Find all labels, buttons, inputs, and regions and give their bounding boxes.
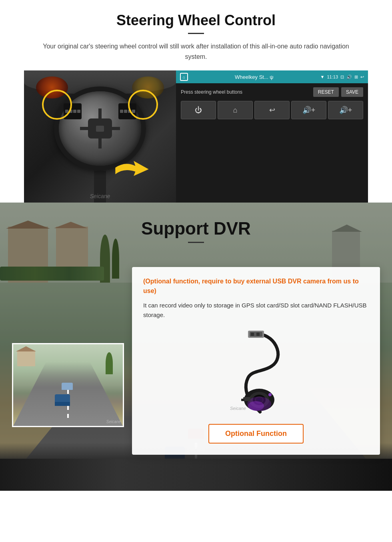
dvr-camera-illustration: Seicane — [143, 328, 369, 416]
thumb-watermark: Seicane — [106, 420, 121, 424]
settings-icon: ⊞ — [354, 74, 358, 80]
svg-rect-2 — [251, 333, 254, 336]
dvr-info-card: (Optional function, require to buy exter… — [132, 267, 380, 455]
steering-title: Steering Wheel Control — [24, 12, 368, 29]
save-button[interactable]: SAVE — [341, 87, 363, 97]
android-btn-group[interactable]: RESET SAVE — [313, 87, 363, 97]
control-buttons-grid: ⏻ ⌂ ↩ 🔊+ 🔊+ — [181, 101, 363, 119]
home-ctrl-btn[interactable]: ⌂ — [218, 101, 253, 119]
dvr-thumbnail: Seicane — [12, 343, 124, 427]
android-control-row: Press steering wheel buttons RESET SAVE — [181, 87, 363, 97]
steering-title-divider — [188, 33, 204, 34]
android-app-name: Wheelkey St... ψ — [191, 74, 317, 80]
reset-button[interactable]: RESET — [313, 87, 339, 97]
dvr-title-divider — [188, 242, 204, 243]
vol-down-ctrl-btn[interactable]: 🔊+ — [328, 101, 363, 119]
wifi-icon: ▼ — [320, 74, 325, 79]
dvr-title: Support DVR — [141, 219, 251, 239]
vol-up-ctrl-btn[interactable]: 🔊+ — [291, 101, 326, 119]
dvr-content: Support DVR — [0, 203, 392, 455]
dvr-optional-text: (Optional function, require to buy exter… — [143, 277, 369, 296]
svg-rect-3 — [256, 333, 260, 336]
right-highlight-circle — [128, 90, 158, 120]
android-statusbar: ⌂ Wheelkey St... ψ ▼ 11:13 ⊡ 🔊 ⊞ ↩ — [176, 70, 368, 83]
dvr-section: Support DVR — [0, 203, 392, 491]
power-ctrl-btn[interactable]: ⏻ — [181, 101, 216, 119]
volume-icon: 🔊 — [346, 74, 352, 80]
steering-image-wrapper: Seicane ⌂ Wheelkey St... ψ ▼ 11:13 ⊡ 🔊 ⊞… — [24, 70, 368, 203]
press-text: Press steering wheel buttons — [181, 89, 242, 95]
dvr-left-area: Seicane — [12, 343, 124, 427]
android-content: Press steering wheel buttons RESET SAVE … — [176, 83, 368, 203]
svg-point-9 — [268, 393, 272, 396]
dvr-main-area: Seicane (Optional function, require to b… — [0, 263, 392, 455]
yellow-arrow — [112, 157, 152, 187]
steering-description: Your original car's steering wheel contr… — [40, 41, 352, 62]
dvr-watermark: Seicane — [187, 447, 206, 453]
dvr-dashboard — [0, 459, 392, 491]
svg-rect-13 — [241, 399, 244, 401]
home-icon: ⌂ — [180, 73, 188, 81]
svg-point-11 — [248, 401, 264, 411]
back-ctrl-btn[interactable]: ↩ — [254, 101, 290, 119]
status-icons: ▼ 11:13 ⊡ 🔊 ⊞ ↩ — [320, 74, 364, 80]
steering-photo: Seicane — [24, 70, 176, 203]
left-highlight-circle — [42, 90, 72, 120]
optional-function-button[interactable]: Optional Function — [208, 424, 304, 444]
dvr-optional-btn-area: Optional Function — [143, 424, 369, 444]
dvr-description: It can record video only to storage in G… — [143, 301, 369, 320]
back-icon: ↩ — [360, 74, 364, 80]
svg-text:Seicane: Seicane — [230, 406, 246, 411]
camera-icon: ⊡ — [340, 74, 344, 80]
time-display: 11:13 — [327, 74, 338, 79]
android-panel: ⌂ Wheelkey St... ψ ▼ 11:13 ⊡ 🔊 ⊞ ↩ Press… — [176, 70, 368, 203]
steering-section: Steering Wheel Control Your original car… — [0, 0, 392, 203]
